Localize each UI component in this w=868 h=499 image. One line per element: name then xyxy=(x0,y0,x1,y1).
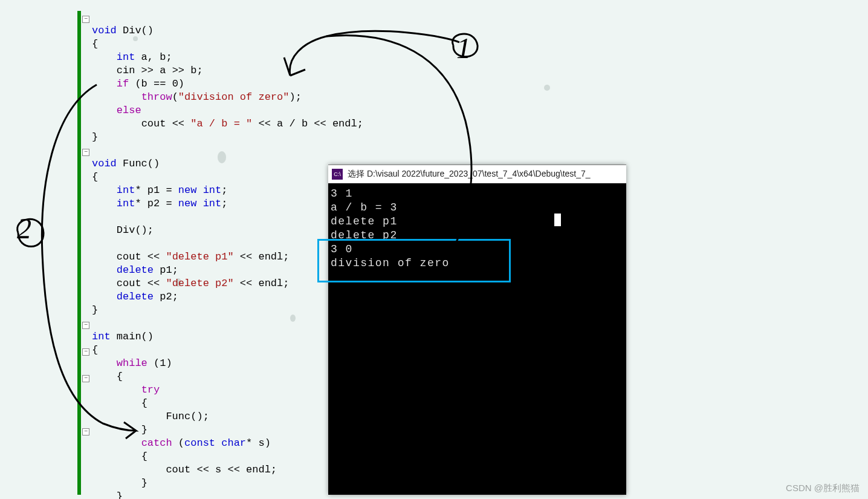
fold-icon[interactable]: − xyxy=(82,348,89,356)
console-line: a / b = 3 xyxy=(331,201,398,214)
fold-icon[interactable]: − xyxy=(82,322,89,329)
console-line: delete p1 xyxy=(331,215,398,227)
fold-icon[interactable]: − xyxy=(82,149,89,156)
annotation-2: 2 xyxy=(17,212,31,245)
annotation-1: 1 xyxy=(456,31,471,65)
fold-icon[interactable]: − xyxy=(82,375,89,382)
text-cursor xyxy=(554,214,561,226)
highlight-box xyxy=(317,239,511,282)
watermark: CSDN @胜利熊猫 xyxy=(786,483,860,494)
console-line: 3 1 xyxy=(331,188,353,200)
console-titlebar[interactable]: C:\ 选择 D:\visaul 2022\future_2023_07\tes… xyxy=(328,165,626,183)
console-title: 选择 D:\visaul 2022\future_2023_07\test_7_… xyxy=(348,169,591,180)
fold-icon[interactable]: − xyxy=(82,16,89,23)
console-icon: C:\ xyxy=(332,169,343,180)
console-window: C:\ 选择 D:\visaul 2022\future_2023_07\tes… xyxy=(328,165,626,495)
fold-icon[interactable]: − xyxy=(82,428,89,435)
